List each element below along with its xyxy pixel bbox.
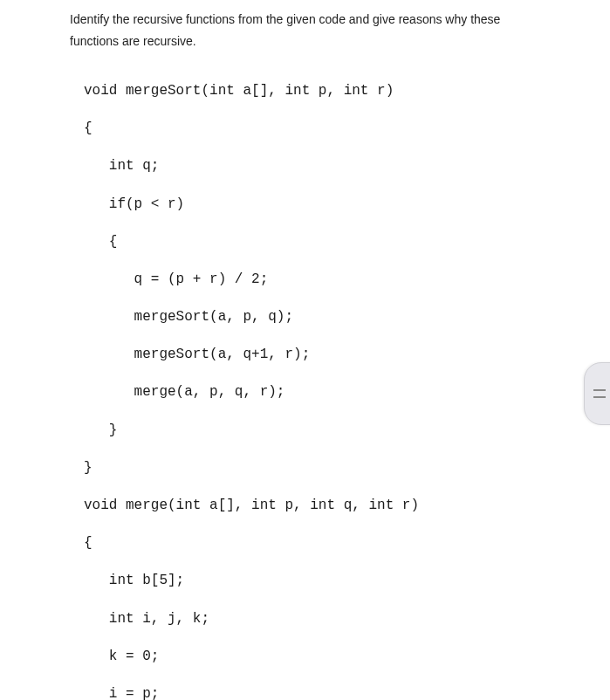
code-line: if(p < r) <box>84 196 593 215</box>
code-line: } <box>84 459 593 478</box>
code-block: void mergeSort(int a[], int p, int r) { … <box>70 63 593 700</box>
code-line: q = (p + r) / 2; <box>84 271 593 290</box>
code-line: int q; <box>84 157 593 176</box>
question-line-1: Identify the recursive functions from th… <box>70 12 500 26</box>
code-line: mergeSort(a, q+1, r); <box>84 346 593 365</box>
code-line: i = p; <box>84 685 593 700</box>
code-line: mergeSort(a, p, q); <box>84 308 593 327</box>
page-content: Identify the recursive functions from th… <box>0 0 610 700</box>
question-line-2: functions are recursive. <box>70 34 196 48</box>
question-text: Identify the recursive functions from th… <box>70 9 593 52</box>
code-line: { <box>84 233 593 252</box>
code-line: } <box>84 422 593 441</box>
code-line: int i, j, k; <box>84 610 593 629</box>
code-line: merge(a, p, q, r); <box>84 383 593 402</box>
code-line: { <box>84 534 593 553</box>
code-line: void mergeSort(int a[], int p, int r) <box>84 82 593 101</box>
code-line: int b[5]; <box>84 572 593 591</box>
code-line: { <box>84 120 593 139</box>
side-tab-handle[interactable] <box>584 362 610 425</box>
code-line: k = 0; <box>84 648 593 667</box>
code-line: void merge(int a[], int p, int q, int r) <box>84 497 593 516</box>
